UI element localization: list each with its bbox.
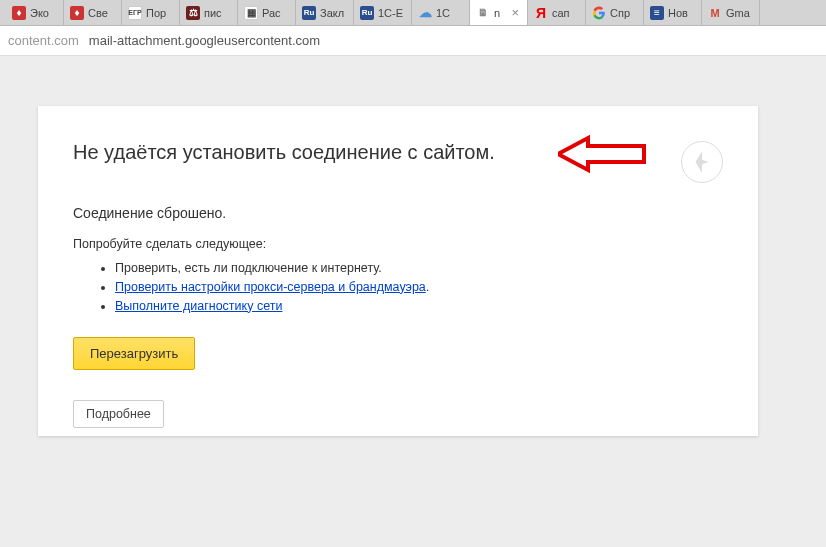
- tab-por[interactable]: ЕГР Пор: [122, 0, 180, 25]
- tab-mail-attachment[interactable]: 🗎 n ×: [470, 0, 528, 25]
- tab-zak[interactable]: Ru Закл: [296, 0, 354, 25]
- error-title: Не удаётся установить соединение с сайто…: [73, 141, 495, 164]
- list-item: Выполните диагностику сети: [115, 297, 723, 316]
- list-item: Проверить, есть ли подключение к интерне…: [115, 259, 723, 278]
- yandex-browser-logo-icon: [681, 141, 723, 183]
- tab-label: 1С: [436, 7, 463, 19]
- egr-icon: ЕГР: [128, 6, 142, 20]
- tab-label: Све: [88, 7, 115, 19]
- tab-1c[interactable]: ☁ 1С: [412, 0, 470, 25]
- tab-sve[interactable]: ♦ Све: [64, 0, 122, 25]
- tab-sap[interactable]: Я сап: [528, 0, 586, 25]
- error-card: Не удаётся установить соединение с сайто…: [38, 106, 758, 436]
- tab-eko[interactable]: ♦ Эко: [6, 0, 64, 25]
- tab-nov[interactable]: ≡ Нов: [644, 0, 702, 25]
- address-left-fragment: content.com: [8, 33, 79, 48]
- yandex-icon: Я: [534, 6, 548, 20]
- tab-label: Закл: [320, 7, 347, 19]
- tab-gmail[interactable]: M Gma: [702, 0, 760, 25]
- google-icon: [592, 6, 606, 20]
- gmail-icon: M: [708, 6, 722, 20]
- shield-icon: ♦: [70, 6, 84, 20]
- tab-label: Спр: [610, 7, 637, 19]
- scales-icon: ⚖: [186, 6, 200, 20]
- shield-icon: ♦: [12, 6, 26, 20]
- tab-label: n: [494, 7, 505, 19]
- tab-label: Пор: [146, 7, 173, 19]
- check-connection-text: Проверить, есть ли подключение к интерне…: [115, 261, 382, 275]
- page-icon: 🗎: [476, 6, 490, 20]
- check-proxy-link[interactable]: Проверить настройки прокси-сервера и бра…: [115, 280, 426, 294]
- run-diagnostics-link[interactable]: Выполните диагностику сети: [115, 299, 282, 313]
- ru-icon: Ru: [360, 6, 374, 20]
- tab-1c-e[interactable]: Ru 1С-Е: [354, 0, 412, 25]
- error-instruction: Попробуйте сделать следующее:: [73, 237, 723, 251]
- tab-label: сап: [552, 7, 579, 19]
- tab-label: Gma: [726, 7, 753, 19]
- tab-label: Рас: [262, 7, 289, 19]
- cloud-icon: ☁: [418, 6, 432, 20]
- tab-label: Нов: [668, 7, 695, 19]
- tab-label: 1С-Е: [378, 7, 405, 19]
- ru-icon: Ru: [302, 6, 316, 20]
- address-url: mail-attachment.googleusercontent.com: [89, 33, 320, 48]
- news-icon: ≡: [650, 6, 664, 20]
- tab-label: Эко: [30, 7, 57, 19]
- tab-spr[interactable]: Спр: [586, 0, 644, 25]
- more-details-button[interactable]: Подробнее: [73, 400, 164, 428]
- list-item: Проверить настройки прокси-сервера и бра…: [115, 278, 723, 297]
- tab-pis[interactable]: ⚖ пис: [180, 0, 238, 25]
- content-area: Не удаётся установить соединение с сайто…: [0, 56, 826, 547]
- error-suggestions-list: Проверить, есть ли подключение к интерне…: [73, 259, 723, 315]
- tab-label: пис: [204, 7, 231, 19]
- address-bar[interactable]: content.com mail-attachment.googleuserco…: [0, 26, 826, 56]
- document-icon: ▦: [244, 6, 258, 20]
- error-subtitle: Соединение сброшено.: [73, 205, 723, 221]
- reload-button[interactable]: Перезагрузить: [73, 337, 195, 370]
- tab-ras[interactable]: ▦ Рас: [238, 0, 296, 25]
- tab-strip: ♦ Эко ♦ Све ЕГР Пор ⚖ пис ▦ Рас Ru Закл …: [0, 0, 826, 26]
- close-icon[interactable]: ×: [509, 6, 521, 19]
